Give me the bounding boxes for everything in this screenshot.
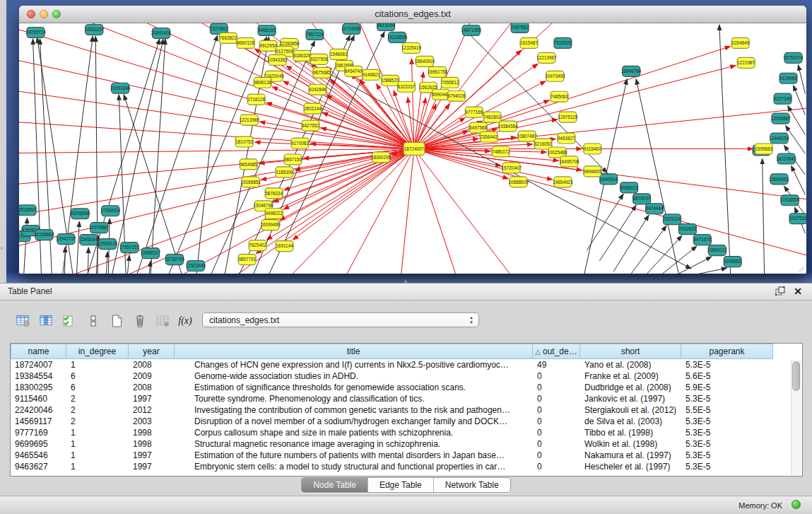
table-cell[interactable]: 9465546: [11, 450, 66, 461]
table-cell[interactable]: 2003: [129, 416, 175, 427]
network-node[interactable]: 9170061: [291, 138, 309, 148]
table-cell[interactable]: 1: [66, 461, 129, 472]
network-node[interactable]: 17957253: [119, 243, 140, 253]
network-node[interactable]: 16961758: [428, 66, 448, 77]
network-node[interactable]: 10654112: [707, 245, 727, 256]
table-cell[interactable]: 5.6E-5: [681, 370, 773, 382]
network-node[interactable]: 5878334: [265, 188, 283, 199]
network-node[interactable]: 1545194: [80, 235, 98, 245]
network-node[interactable]: 9129966: [779, 73, 797, 83]
network-node[interactable]: 6879197: [633, 194, 651, 204]
network-node[interactable]: 9857791: [238, 255, 256, 265]
table-row[interactable]: 1830029562008Estimation of significance …: [11, 382, 802, 393]
network-node[interactable]: 15720407: [501, 163, 522, 173]
network-node[interactable]: 10807487: [517, 131, 537, 141]
network-node[interactable]: 1691144: [276, 241, 293, 252]
new-table-icon[interactable]: [107, 313, 126, 329]
network-node[interactable]: 16640910: [415, 56, 435, 66]
table-cell[interactable]: 5.3E-5: [681, 427, 773, 438]
network-node[interactable]: 7515526: [554, 37, 572, 48]
network-node[interactable]: 1640914: [600, 174, 618, 185]
network-node[interactable]: 12975115: [558, 112, 577, 122]
table-cell[interactable]: Franke et al. (2009): [580, 370, 681, 382]
table-cell[interactable]: 2: [66, 393, 129, 404]
table-row[interactable]: 946362711997Embryonic stem cells: a mode…: [11, 461, 802, 472]
network-node[interactable]: 9912954: [259, 40, 277, 51]
network-node[interactable]: 7485063: [551, 91, 568, 102]
network-node[interactable]: 9227349: [774, 93, 792, 104]
network-node[interactable]: 7632621: [678, 224, 696, 235]
network-node[interactable]: 14671355: [461, 25, 482, 35]
table-cell[interactable]: 0: [533, 382, 580, 393]
column-header-year[interactable]: year: [129, 344, 175, 359]
network-node[interactable]: 2087682: [511, 23, 529, 33]
network-node[interactable]: 12505135: [98, 239, 118, 250]
column-header-in_degree[interactable]: in_degree: [66, 344, 129, 359]
table-cell[interactable]: 2: [66, 404, 129, 416]
table-cell[interactable]: Tibbo et al. (1998): [580, 427, 681, 438]
tab-network-table[interactable]: Network Table: [433, 478, 510, 492]
network-node[interactable]: 1588520: [382, 75, 399, 86]
network-node[interactable]: 19166852: [240, 177, 261, 187]
table-cell[interactable]: 9115460: [11, 393, 66, 404]
table-cell[interactable]: 1998: [129, 427, 175, 438]
column-header-title[interactable]: title: [175, 344, 533, 359]
network-node[interactable]: 7625402: [249, 240, 266, 251]
table-cell[interactable]: Corpus callosum shape and size in male p…: [175, 427, 533, 438]
network-node[interactable]: 9654985: [240, 159, 257, 170]
table-cell[interactable]: Yano et al. (2008): [580, 359, 681, 370]
table-vertical-scrollbar[interactable]: [791, 360, 801, 475]
table-cell[interactable]: Jankovic et al. (1997): [580, 393, 681, 404]
table-cell[interactable]: 0: [533, 416, 580, 427]
table-cell[interactable]: Stergiakouli et al. (2012): [580, 404, 681, 416]
network-node[interactable]: 19654923: [553, 177, 573, 187]
table-cell[interactable]: 1: [66, 427, 129, 438]
table-cell[interactable]: 1997: [129, 450, 175, 461]
network-node[interactable]: 18300295: [371, 152, 392, 163]
table-cell[interactable]: 5.3E-5: [681, 450, 773, 461]
network-node[interactable]: 10975887: [89, 223, 110, 233]
network-node[interactable]: 9660128: [237, 37, 254, 48]
network-node[interactable]: 20691406: [151, 28, 172, 38]
network-node[interactable]: 12923448: [186, 261, 206, 271]
function-builder-icon[interactable]: f⁠(x): [177, 313, 196, 329]
network-node[interactable]: 9777169: [465, 107, 483, 117]
network-node[interactable]: 9699695: [584, 166, 601, 177]
network-node[interactable]: 1185306: [276, 167, 293, 177]
table-row[interactable]: 1938455462009Genome-wide association stu…: [11, 370, 802, 382]
network-node[interactable]: 1810753: [235, 136, 253, 147]
network-node[interactable]: 16495708: [559, 156, 579, 167]
network-node[interactable]: 18724007: [404, 143, 425, 156]
select-columns-icon[interactable]: [37, 313, 56, 329]
network-node[interactable]: 17016504: [779, 195, 800, 206]
network-node[interactable]: 10973493: [545, 71, 565, 81]
table-cell[interactable]: 22420046: [11, 404, 66, 416]
window-titlebar[interactable]: citations_edges.txt: [19, 6, 806, 23]
network-node[interactable]: 16648784: [621, 66, 642, 76]
table-cell[interactable]: 0: [533, 370, 580, 382]
table-settings-icon[interactable]: [14, 313, 33, 329]
network-node[interactable]: 9474444: [646, 204, 664, 214]
table-cell[interactable]: 2008: [129, 382, 175, 393]
tab-edge-table[interactable]: Edge Table: [367, 478, 433, 492]
table-cell[interactable]: 19384554: [11, 370, 66, 382]
network-node[interactable]: 6466160: [258, 25, 276, 35]
table-cell[interactable]: Changes of HCN gene expression and I(f) …: [175, 359, 533, 370]
network-node[interactable]: 2935114: [663, 214, 681, 225]
network-node[interactable]: 12213989: [239, 115, 259, 125]
network-node[interactable]: 24055724: [25, 27, 46, 37]
table-cell[interactable]: 1998: [129, 438, 175, 450]
tab-node-table[interactable]: Node Table: [302, 478, 367, 492]
table-cell[interactable]: 9699695: [11, 438, 66, 450]
network-node[interactable]: 8427552: [302, 120, 319, 131]
network-node[interactable]: 7857224: [306, 29, 324, 40]
table-cell[interactable]: 18300295: [11, 382, 66, 393]
column-header-out_de[interactable]: △out_de…: [533, 344, 580, 359]
network-node[interactable]: 2356442: [480, 132, 498, 142]
float-panel-icon[interactable]: [775, 286, 785, 296]
network-node[interactable]: 15751074: [783, 52, 804, 63]
scrollbar-thumb[interactable]: [792, 361, 800, 391]
table-row[interactable]: 969969511998Structural magnetic resonanc…: [11, 438, 802, 450]
table-cell[interactable]: 5.5E-5: [681, 404, 773, 416]
network-node[interactable]: 9146821: [363, 69, 380, 80]
